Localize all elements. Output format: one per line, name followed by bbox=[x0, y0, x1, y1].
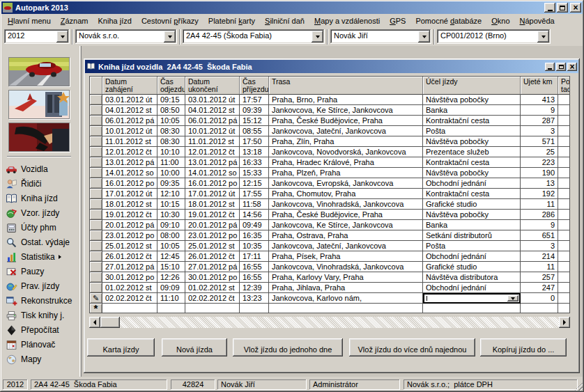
table-cell[interactable]: 11:00 bbox=[157, 157, 185, 168]
table-cell[interactable]: Jankovcova, Jateční, Jankovcova bbox=[269, 126, 423, 136]
table-cell[interactable] bbox=[558, 199, 570, 210]
column-header[interactable]: Datum zahájení bbox=[102, 77, 157, 95]
trip-card-button[interactable]: Karta jízdy bbox=[87, 338, 155, 356]
table-cell[interactable]: 18.01.2012 st bbox=[185, 199, 240, 210]
table-cell[interactable]: Kontraktační cesta bbox=[423, 116, 521, 126]
menu-item-trip-book[interactable]: Kniha jízd bbox=[93, 15, 137, 26]
column-header[interactable]: Ujeté km bbox=[521, 77, 558, 95]
table-cell[interactable]: Setkání distributorů bbox=[423, 230, 521, 241]
column-header[interactable]: Účel jízdy bbox=[423, 77, 521, 95]
vehicle-dropdown-button[interactable] bbox=[312, 31, 323, 42]
menu-item-gps[interactable]: GPS bbox=[385, 15, 410, 26]
sidebar-item-pauses[interactable]: Pauzy bbox=[6, 264, 78, 279]
table-cell[interactable]: 11 bbox=[521, 199, 558, 210]
table-cell[interactable] bbox=[269, 304, 423, 313]
row-selector[interactable] bbox=[90, 230, 102, 241]
table-cell[interactable]: 20.01.2012 pá bbox=[185, 220, 240, 230]
table-cell[interactable]: 25.01.2012 st bbox=[102, 241, 157, 251]
table-cell[interactable]: 571 bbox=[521, 136, 558, 147]
table-cell[interactable]: 12:26 bbox=[157, 272, 185, 283]
table-cell[interactable]: 17.01.2012 út bbox=[102, 189, 157, 199]
menu-item-main-menu[interactable]: Hlavní menu bbox=[3, 15, 56, 26]
table-cell[interactable]: 08:55 bbox=[240, 126, 269, 136]
table-cell[interactable]: 02.02.2012 čt bbox=[185, 293, 240, 304]
row-selector[interactable] bbox=[90, 157, 102, 168]
table-cell[interactable]: 09:10 bbox=[157, 220, 185, 230]
table-cell[interactable]: 17:57 bbox=[240, 95, 269, 105]
sidebar-item-trip-book[interactable]: Kniha jízd bbox=[6, 191, 78, 205]
table-cell[interactable]: 17:55 bbox=[240, 189, 269, 199]
table-cell[interactable]: 10:15 bbox=[157, 199, 185, 210]
table-cell[interactable] bbox=[558, 230, 570, 241]
table-cell[interactable]: 286 bbox=[521, 210, 558, 220]
table-cell[interactable]: 3 bbox=[521, 241, 558, 251]
table-cell[interactable]: 16:33 bbox=[240, 157, 269, 168]
table-cell[interactable]: 01.02.2012 st bbox=[185, 283, 240, 293]
maximize-button[interactable] bbox=[557, 3, 568, 13]
table-cell[interactable]: 10:10 bbox=[157, 147, 185, 157]
table-cell[interactable]: 06.01.2012 pá bbox=[102, 116, 157, 126]
table-cell[interactable]: Pošta bbox=[423, 241, 521, 251]
table-cell[interactable] bbox=[558, 157, 570, 168]
table-cell[interactable] bbox=[558, 220, 570, 230]
table-cell[interactable]: 08:30 bbox=[157, 126, 185, 136]
menu-item-maps-distances[interactable]: Mapy a vzdálenosti bbox=[309, 15, 385, 26]
table-cell[interactable]: 413 bbox=[521, 95, 558, 105]
sidebar-item-trip-templates[interactable]: Vzor. jízdy bbox=[6, 205, 78, 220]
table-cell[interactable]: 02.02.2012 čt bbox=[102, 293, 157, 304]
year-combobox[interactable]: 2012 bbox=[4, 29, 70, 44]
table-cell[interactable]: 11:58 bbox=[240, 199, 269, 210]
table-cell[interactable]: 11.01.2012 st bbox=[102, 136, 157, 147]
table-cell[interactable]: Prezentace služeb bbox=[423, 147, 521, 157]
row-selector[interactable] bbox=[90, 251, 102, 262]
row-selector[interactable] bbox=[90, 147, 102, 157]
table-cell[interactable]: 12:15 bbox=[240, 178, 269, 189]
table-cell[interactable]: 12.01.2012 čt bbox=[102, 147, 157, 157]
row-selector[interactable] bbox=[90, 272, 102, 283]
new-trip-button[interactable]: Nová jízda bbox=[162, 338, 227, 356]
table-cell[interactable]: 01.02.2012 st bbox=[102, 283, 157, 293]
table-cell[interactable]: Grafické studio bbox=[423, 262, 521, 272]
table-cell[interactable] bbox=[558, 105, 570, 116]
table-cell[interactable]: 16.01.2012 po bbox=[102, 178, 157, 189]
table-cell[interactable]: Jankovcova, Vinohradská, Jankovcova bbox=[269, 262, 423, 272]
trip-order-dropdown-button[interactable] bbox=[537, 31, 549, 42]
table-cell[interactable]: 651 bbox=[521, 230, 558, 241]
table-cell[interactable]: 12.01.2012 čt bbox=[185, 147, 240, 157]
table-cell[interactable]: 20.01.2012 pá bbox=[102, 220, 157, 230]
table-cell[interactable] bbox=[102, 304, 157, 313]
table-cell[interactable]: 23.01.2012 po bbox=[185, 230, 240, 241]
table-cell[interactable]: Praha, Plzeň, Praha bbox=[269, 168, 423, 178]
table-cell[interactable]: 16:55 bbox=[240, 272, 269, 283]
sidebar-item-other-expenses[interactable]: Ostat. výdaje bbox=[6, 235, 78, 249]
table-cell[interactable] bbox=[521, 304, 558, 313]
table-cell[interactable]: 13:23 bbox=[240, 293, 269, 304]
new-row-selector[interactable]: * bbox=[90, 304, 102, 313]
table-cell[interactable] bbox=[558, 168, 570, 178]
table-cell[interactable]: 16:55 bbox=[240, 262, 269, 272]
table-cell[interactable]: 26.01.2012 čt bbox=[185, 251, 240, 262]
table-cell[interactable]: 27.01.2012 pá bbox=[185, 262, 240, 272]
driver-dropdown-button[interactable] bbox=[418, 31, 430, 42]
table-cell[interactable]: 10:05 bbox=[157, 116, 185, 126]
table-cell[interactable]: 03.01.2012 út bbox=[102, 95, 157, 105]
table-cell[interactable]: 17:50 bbox=[240, 136, 269, 147]
column-header[interactable]: Trasa bbox=[269, 77, 423, 95]
table-cell[interactable]: 15:12 bbox=[240, 116, 269, 126]
table-cell[interactable]: 287 bbox=[521, 116, 558, 126]
menu-item-road-tax[interactable]: Silniční daň bbox=[260, 15, 309, 26]
table-cell[interactable]: 09:35 bbox=[157, 178, 185, 189]
table-cell[interactable]: Praha, Karlovy Vary, Praha bbox=[269, 272, 423, 283]
table-cell[interactable]: Návštěva pobočky bbox=[423, 136, 521, 147]
driver-combobox[interactable]: Novák Jiří bbox=[330, 29, 431, 44]
table-cell[interactable]: 13 bbox=[521, 178, 558, 189]
table-cell[interactable]: Obchodní jednání bbox=[423, 178, 521, 189]
row-selector[interactable] bbox=[90, 262, 102, 272]
scroll-right-button[interactable] bbox=[559, 317, 570, 328]
table-cell[interactable]: 19.01.2012 čt bbox=[185, 210, 240, 220]
sidebar-item-regular-trips[interactable]: Prav. jízdy bbox=[6, 279, 78, 293]
table-cell[interactable]: 18.01.2012 st bbox=[102, 199, 157, 210]
table-cell[interactable]: 13.01.2012 pá bbox=[102, 157, 157, 168]
table-cell[interactable]: Banka bbox=[423, 220, 521, 230]
table-cell[interactable]: 10:00 bbox=[157, 168, 185, 178]
